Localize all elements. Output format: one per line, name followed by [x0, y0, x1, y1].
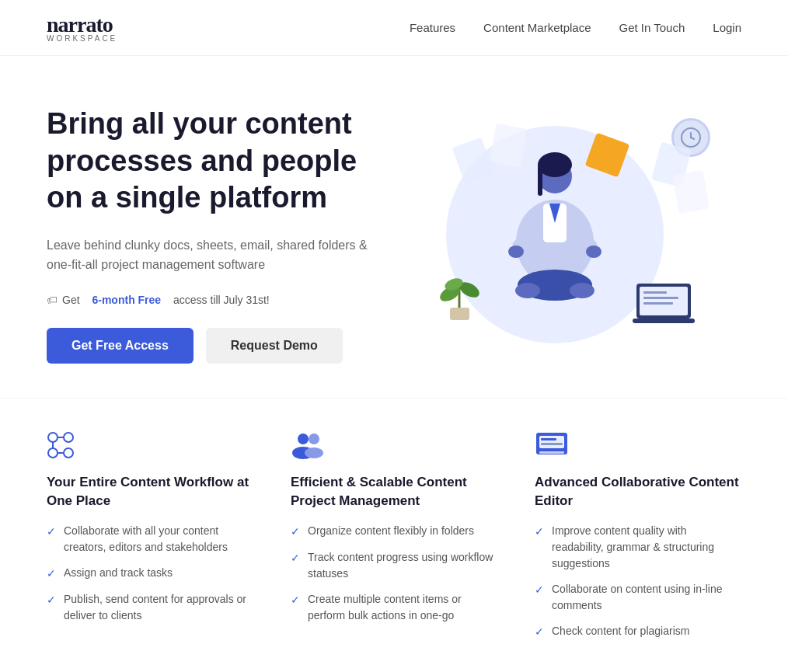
svg-point-14	[570, 283, 594, 298]
feature-project: Efficient & Scalable Content Project Man…	[291, 430, 497, 640]
promo-suffix: access till July 31st!	[173, 294, 270, 306]
svg-rect-23	[643, 291, 667, 294]
feature-project-item-1: ✓ Track content progress using workflow …	[291, 549, 497, 582]
feature-editor-title: Advanced Collaborative Content Editor	[535, 473, 741, 510]
person-illustration	[504, 149, 605, 320]
feature-workflow-item-2: ✓ Publish, send content for approvals or…	[47, 591, 253, 624]
nav-links: Features Content Marketplace Get In Touc…	[410, 21, 741, 34]
feature-editor-item-1-text: Collaborate on content using in-line com…	[552, 581, 741, 614]
hero-section: Bring all your content processes and peo…	[0, 56, 788, 398]
check-icon-p1: ✓	[291, 550, 300, 582]
feature-project-item-0: ✓ Organize content flexibly in folders	[291, 523, 497, 540]
svg-point-13	[515, 283, 540, 298]
svg-point-11	[586, 245, 601, 258]
feature-project-list: ✓ Organize content flexibly in folders ✓…	[291, 523, 497, 624]
hero-buttons: Get Free Access Request Demo	[47, 328, 384, 364]
svg-point-4	[538, 152, 572, 177]
check-icon-e0: ✓	[535, 524, 544, 572]
laptop-icon	[633, 282, 703, 336]
check-icon-1: ✓	[47, 566, 56, 582]
svg-rect-5	[538, 165, 542, 196]
hero-subtitle: Leave behind clunky docs, sheets, email,…	[47, 235, 384, 275]
feature-workflow-item-1: ✓ Assign and track tasks	[47, 565, 253, 582]
svg-point-34	[298, 433, 309, 444]
check-icon-e2: ✓	[535, 624, 544, 640]
nav-contact[interactable]: Get In Touch	[619, 21, 685, 34]
svg-rect-25	[643, 302, 673, 305]
feature-editor: Advanced Collaborative Content Editor ✓ …	[535, 430, 741, 640]
svg-rect-40	[541, 438, 556, 440]
svg-rect-22	[640, 287, 688, 315]
editor-icon	[535, 430, 575, 461]
feature-workflow: Your Entire Content Workflow at One Plac…	[47, 430, 253, 640]
hero-left: Bring all your content processes and peo…	[47, 106, 384, 364]
feature-workflow-item-1-text: Assign and track tasks	[64, 565, 173, 582]
promo-prefix: Get	[62, 294, 80, 306]
svg-point-29	[48, 448, 58, 458]
tag-icon: 🏷	[47, 294, 58, 306]
feature-editor-item-0-text: Improve content quality with readability…	[552, 523, 741, 572]
feature-project-item-2: ✓ Create multiple content items or perfo…	[291, 591, 497, 624]
feature-workflow-list: ✓ Collaborate with all your content crea…	[47, 523, 253, 624]
feature-project-item-2-text: Create multiple content items or perform…	[308, 591, 497, 624]
feature-editor-item-0: ✓ Improve content quality with readabili…	[535, 523, 741, 572]
request-demo-button[interactable]: Request Demo	[206, 328, 343, 364]
svg-rect-42	[539, 451, 564, 454]
nav-marketplace[interactable]: Content Marketplace	[483, 21, 591, 34]
feature-editor-item-1: ✓ Collaborate on content using in-line c…	[535, 581, 741, 614]
features-section: Your Entire Content Workflow at One Plac…	[0, 398, 788, 672]
feature-workflow-title: Your Entire Content Workflow at One Plac…	[47, 473, 253, 510]
nav-login[interactable]: Login	[713, 21, 741, 34]
svg-rect-24	[643, 297, 678, 299]
feature-project-item-1-text: Track content progress using workflow st…	[308, 549, 497, 582]
svg-point-27	[48, 433, 58, 442]
svg-point-10	[508, 245, 524, 258]
paper-4	[672, 170, 710, 214]
feature-editor-item-2: ✓ Check content for plagiarism	[535, 623, 741, 640]
feature-editor-item-2-text: Check content for plagiarism	[552, 623, 689, 640]
check-icon-p2: ✓	[291, 592, 300, 624]
get-free-access-button[interactable]: Get Free Access	[47, 328, 194, 364]
promo-highlight: 6-month Free	[92, 294, 161, 306]
check-icon-e1: ✓	[535, 582, 544, 614]
svg-point-28	[64, 433, 73, 442]
feature-workflow-item-2-text: Publish, send content for approvals or d…	[64, 591, 253, 624]
feature-workflow-item-0-text: Collaborate with all your content creato…	[64, 523, 253, 555]
nav-features[interactable]: Features	[410, 21, 455, 34]
check-icon-0: ✓	[47, 524, 56, 555]
hero-title: Bring all your content processes and peo…	[47, 106, 384, 217]
hero-promo: 🏷 Get 6-month Free access till July 31st…	[47, 294, 384, 306]
check-icon-2: ✓	[47, 592, 56, 624]
svg-rect-39	[539, 436, 564, 448]
feature-editor-list: ✓ Improve content quality with readabili…	[535, 523, 741, 640]
hero-illustration	[384, 103, 741, 367]
feature-project-title: Efficient & Scalable Content Project Man…	[291, 473, 497, 510]
navbar: narrato WORKSPACE Features Content Marke…	[0, 0, 788, 56]
logo[interactable]: narrato WORKSPACE	[47, 12, 117, 43]
plant-icon	[438, 270, 481, 328]
feature-workflow-item-0: ✓ Collaborate with all your content crea…	[47, 523, 253, 555]
workflow-icon	[47, 430, 87, 461]
svg-point-35	[309, 433, 319, 444]
logo-sub: WORKSPACE	[47, 34, 117, 43]
svg-line-2	[691, 138, 694, 139]
svg-point-30	[64, 448, 73, 458]
feature-project-item-0-text: Organize content flexibly in folders	[308, 523, 474, 540]
check-icon-p0: ✓	[291, 524, 300, 540]
svg-rect-26	[633, 319, 695, 323]
svg-rect-41	[541, 443, 563, 445]
svg-rect-16	[450, 308, 469, 320]
people-icon	[291, 430, 331, 461]
svg-point-37	[305, 447, 323, 458]
